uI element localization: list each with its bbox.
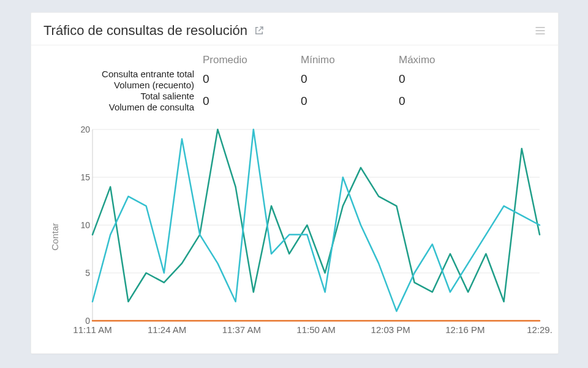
- col-avg: Promedio: [203, 50, 301, 69]
- row-0-max: 0: [399, 69, 497, 91]
- summary-table: Promedio Mínimo Máximo Consulta entrante…: [31, 45, 558, 114]
- y-ticks: 05101520: [74, 129, 90, 321]
- row-0-min: 0: [301, 69, 399, 91]
- popout-icon[interactable]: [254, 25, 265, 36]
- plot: [92, 129, 540, 321]
- panel-title-text: Tráfico de consultas de resolución: [43, 23, 247, 39]
- row-1-avg: 0: [203, 91, 301, 113]
- row-1-max: 0: [399, 91, 497, 113]
- menu-icon[interactable]: [535, 26, 546, 35]
- traffic-panel: Tráfico de consultas de resolución Prome…: [31, 12, 559, 354]
- chart-area: Contar 05101520 11:11 AM11:24 AM11:37 AM…: [43, 129, 546, 344]
- x-ticks: 11:11 AM11:24 AM11:37 AM11:50 AM12:03 PM…: [92, 324, 540, 337]
- row-1-min: 0: [301, 91, 399, 113]
- row-0-avg: 0: [203, 69, 301, 91]
- y-axis-label: Contar: [50, 223, 60, 250]
- row-0-label: Consulta entrante total Volumen (recuent…: [43, 69, 203, 91]
- row-1-label: Total saliente Volumen de consulta: [43, 91, 203, 113]
- col-max: Máximo: [399, 50, 497, 69]
- panel-header: Tráfico de consultas de resolución: [31, 13, 558, 45]
- panel-title: Tráfico de consultas de resolución: [43, 23, 265, 39]
- col-min: Mínimo: [301, 50, 399, 69]
- chart-svg: [92, 129, 540, 321]
